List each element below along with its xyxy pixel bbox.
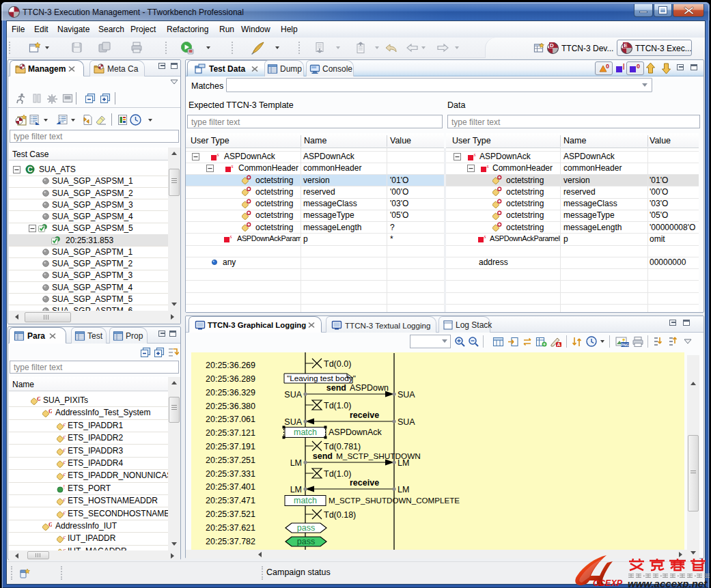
svg-text:20:25:37.471: 20:25:37.471	[206, 496, 255, 505]
svg-text:Td(1.0): Td(1.0)	[324, 469, 351, 479]
svg-text:20:25:37.121: 20:25:37.121	[206, 428, 255, 438]
svg-text:20:25:37.061: 20:25:37.061	[206, 415, 255, 424]
svg-text:send: send	[326, 383, 346, 393]
svg-text:LM: LM	[290, 458, 302, 468]
svg-text:20:25:37.782: 20:25:37.782	[206, 537, 255, 546]
svg-text:SUA: SUA	[284, 390, 302, 400]
svg-text:LM: LM	[290, 485, 302, 494]
svg-text:|: |	[623, 63, 625, 70]
svg-text:LM: LM	[398, 485, 409, 494]
svg-text:20:25:37.621: 20:25:37.621	[206, 523, 255, 533]
svg-text:PNG: PNG	[621, 343, 629, 347]
svg-text:20:25:37.401: 20:25:37.401	[206, 482, 255, 492]
svg-text:E: E	[624, 42, 628, 48]
svg-text:pass: pass	[297, 523, 315, 533]
svg-text:SUA: SUA	[284, 417, 302, 427]
svg-text:20:25:36.289: 20:25:36.289	[206, 374, 255, 384]
svg-text:20:25:37.191: 20:25:37.191	[206, 442, 255, 451]
svg-text:Td(1.0): Td(1.0)	[324, 401, 351, 410]
svg-text:send: send	[313, 451, 333, 461]
svg-text:Td(0.781): Td(0.781)	[324, 442, 361, 451]
svg-text:ASPDown: ASPDown	[350, 383, 389, 393]
svg-text:"Leaving test body": "Leaving test body"	[287, 374, 356, 383]
svg-text:20:25:36.380: 20:25:36.380	[206, 402, 255, 411]
svg-text:Td(0.0): Td(0.0)	[324, 359, 351, 369]
svg-text:20:25:37.251: 20:25:37.251	[206, 456, 255, 465]
svg-text:receive: receive	[350, 478, 379, 488]
svg-text:SUA: SUA	[398, 417, 415, 427]
svg-text:20:25:36.269: 20:25:36.269	[206, 361, 255, 370]
svg-text:LM: LM	[398, 458, 409, 468]
svg-text:20:25:37.331: 20:25:37.331	[206, 469, 255, 479]
svg-text:20:25:36.329: 20:25:36.329	[206, 388, 255, 397]
svg-text:0: 0	[637, 63, 640, 70]
svg-text:SUA: SUA	[398, 390, 415, 400]
svg-text:match: match	[294, 428, 317, 437]
svg-text:Td(0.18): Td(0.18)	[324, 510, 356, 520]
svg-text:M_SCTP_SHUTDOWN_COMPLETE: M_SCTP_SHUTDOWN_COMPLETE	[329, 496, 460, 505]
svg-text:A: A	[557, 342, 560, 347]
svg-text:match: match	[294, 496, 317, 505]
svg-text:pass: pass	[297, 537, 315, 546]
svg-text:D: D	[550, 42, 554, 48]
svg-text:receive: receive	[350, 410, 379, 420]
svg-text:ASPDownAck: ASPDownAck	[329, 428, 382, 437]
svg-text:20:25:37.521: 20:25:37.521	[206, 509, 255, 519]
svg-text:0: 0	[606, 63, 609, 70]
